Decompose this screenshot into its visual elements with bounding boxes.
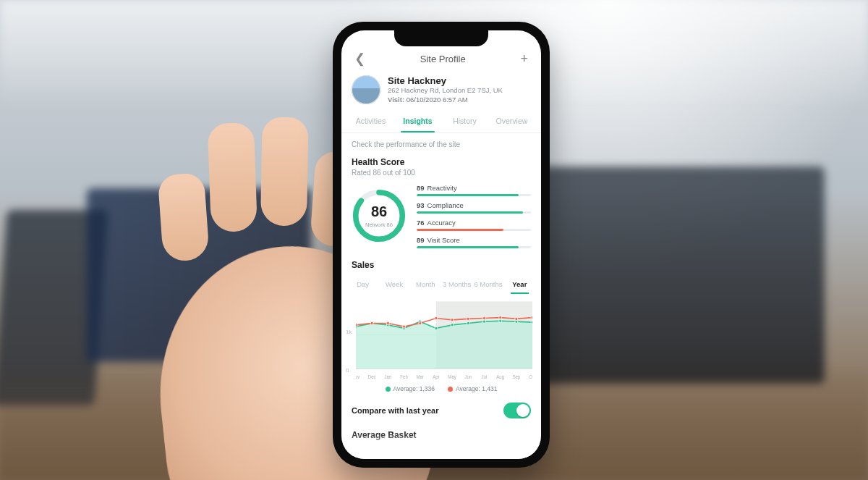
svg-point-12 bbox=[467, 321, 469, 324]
health-title: Health Score bbox=[341, 153, 541, 169]
health-sub: Rated 86 out of 100 bbox=[341, 169, 541, 181]
sales-range-year[interactable]: Year bbox=[506, 276, 534, 294]
health-gauge: 86 Network 86 bbox=[352, 188, 407, 243]
app-screen: ❮ Site Profile + Site Hackney 262 Hackne… bbox=[341, 30, 541, 459]
svg-text:Dec: Dec bbox=[368, 374, 377, 379]
svg-point-17 bbox=[356, 323, 357, 326]
svg-point-25 bbox=[482, 316, 485, 319]
svg-point-27 bbox=[515, 317, 518, 320]
svg-point-28 bbox=[531, 316, 532, 319]
bottom-fade bbox=[341, 433, 541, 459]
svg-point-21 bbox=[419, 321, 422, 324]
sales-title: Sales bbox=[341, 256, 541, 271]
insights-subtitle: Check the performance of the site bbox=[341, 133, 541, 153]
compare-label: Compare with last year bbox=[352, 406, 438, 415]
phone-notch bbox=[394, 28, 488, 46]
site-address: 262 Hackney Rd, London E2 7SJ, UK bbox=[388, 86, 503, 96]
health-block: 86 Network 86 89Reactivity93Compliance76… bbox=[341, 181, 541, 256]
svg-text:Apr: Apr bbox=[433, 374, 440, 379]
sales-range: DayWeekMonth3 Months6 MonthsYear bbox=[341, 271, 541, 295]
svg-text:Nov: Nov bbox=[356, 374, 360, 379]
page-title: Site Profile bbox=[420, 54, 466, 64]
tab-activities[interactable]: Activities bbox=[349, 111, 393, 132]
phone-device: ❮ Site Profile + Site Hackney 262 Hackne… bbox=[333, 22, 550, 468]
svg-text:Jul: Jul bbox=[482, 374, 488, 379]
site-avatar bbox=[352, 75, 380, 104]
sales-legend: Average: 1,336 Average: 1,431 bbox=[341, 382, 541, 397]
health-network-label: Network 86 bbox=[365, 222, 393, 228]
svg-point-22 bbox=[435, 316, 438, 319]
site-visit: Visit: 06/10/2020 6:57 AM bbox=[388, 96, 503, 105]
site-name: Site Hackney bbox=[388, 75, 503, 86]
sales-range-3-months[interactable]: 3 Months bbox=[443, 276, 471, 294]
profile-tabs: ActivitiesInsightsHistoryOverview bbox=[341, 111, 541, 133]
metric-accuracy: 76Accuracy bbox=[417, 219, 531, 231]
svg-point-10 bbox=[435, 327, 438, 329]
svg-point-26 bbox=[499, 316, 502, 319]
svg-point-24 bbox=[467, 317, 469, 320]
site-header: Site Hackney 262 Hackney Rd, London E2 7… bbox=[341, 72, 541, 111]
compare-toggle[interactable] bbox=[503, 403, 531, 418]
tab-history[interactable]: History bbox=[443, 111, 487, 132]
svg-text:Jan: Jan bbox=[384, 374, 391, 379]
sales-range-6-months[interactable]: 6 Months bbox=[474, 276, 502, 294]
svg-point-23 bbox=[451, 318, 454, 321]
ytick-1k: 1k bbox=[346, 329, 352, 335]
svg-point-11 bbox=[451, 323, 454, 326]
svg-text:Mar: Mar bbox=[416, 374, 424, 379]
health-score-number: 86 bbox=[371, 203, 387, 220]
ytick-0: 0 bbox=[346, 367, 349, 374]
sales-range-week[interactable]: Week bbox=[380, 276, 408, 294]
add-button[interactable]: + bbox=[517, 49, 531, 68]
back-button[interactable]: ❮ bbox=[352, 49, 368, 68]
tab-overview[interactable]: Overview bbox=[490, 111, 534, 132]
legend-current: Average: 1,336 bbox=[386, 385, 435, 392]
metric-reactivity: 89Reactivity bbox=[417, 184, 531, 196]
tab-insights[interactable]: Insights bbox=[396, 111, 440, 132]
svg-text:Feb: Feb bbox=[400, 374, 408, 379]
svg-point-14 bbox=[499, 319, 502, 322]
compare-row: Compare with last year bbox=[341, 397, 541, 426]
svg-text:Jun: Jun bbox=[464, 374, 472, 379]
sales-range-month[interactable]: Month bbox=[412, 276, 440, 294]
svg-point-16 bbox=[531, 321, 532, 324]
svg-point-20 bbox=[403, 325, 406, 328]
health-metrics: 89Reactivity93Compliance76Accuracy89Visi… bbox=[417, 184, 531, 248]
legend-last: Average: 1,431 bbox=[448, 385, 498, 392]
sales-chart: 1k 0 NovDecJanFebMarAprMayJunJulAugSepOc… bbox=[341, 295, 541, 382]
svg-text:Oct: Oct bbox=[529, 374, 532, 379]
svg-text:Sep: Sep bbox=[512, 374, 520, 379]
metric-compliance: 93Compliance bbox=[417, 201, 531, 214]
sales-range-day[interactable]: Day bbox=[349, 276, 377, 294]
metric-visit-score: 89Visit Score bbox=[417, 236, 531, 248]
svg-point-13 bbox=[482, 320, 485, 323]
svg-text:May: May bbox=[448, 374, 456, 379]
svg-point-18 bbox=[370, 321, 373, 324]
svg-point-19 bbox=[386, 321, 389, 324]
svg-text:Aug: Aug bbox=[496, 374, 504, 379]
